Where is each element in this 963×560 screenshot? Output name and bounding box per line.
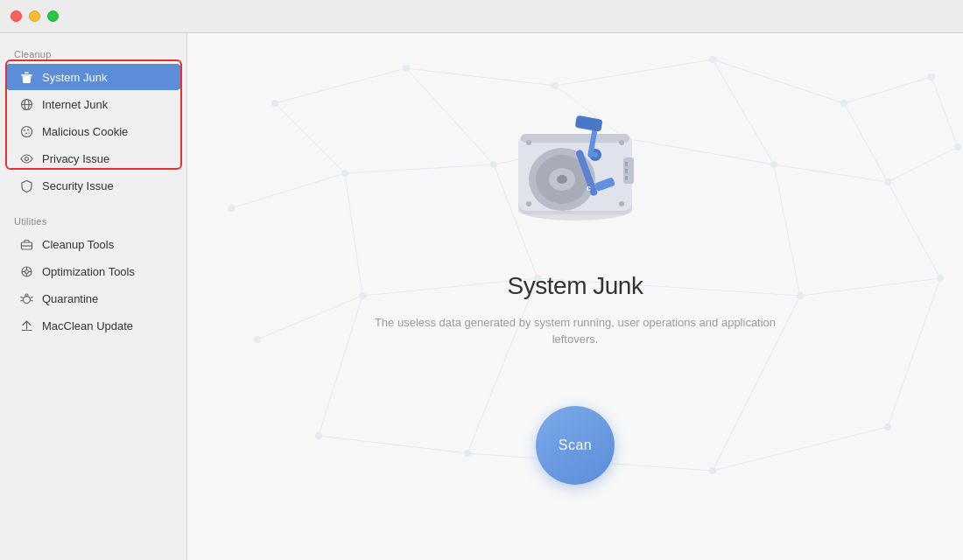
close-button[interactable]	[11, 10, 22, 22]
svg-point-16	[25, 270, 28, 273]
svg-line-55	[275, 103, 345, 173]
tools-icon	[19, 264, 33, 278]
sidebar-item-privacy-issue[interactable]: Privacy Issue	[5, 145, 181, 172]
sidebar-item-security-issue[interactable]: Security Issue	[5, 172, 181, 199]
briefcase-icon	[19, 237, 33, 251]
svg-point-22	[25, 294, 28, 297]
sidebar-item-macclean-update[interactable]: MacClean Update	[5, 312, 181, 339]
svg-point-101	[593, 152, 598, 158]
sidebar-item-optimization-tools[interactable]: Optimization Tools	[5, 258, 181, 284]
svg-line-81	[888, 278, 940, 427]
svg-point-9	[27, 129, 29, 130]
scan-button[interactable]: Scan	[536, 406, 615, 485]
svg-rect-2	[25, 77, 26, 80]
svg-rect-104	[575, 115, 603, 131]
sidebar-item-quarantine[interactable]: Quarantine	[5, 285, 181, 312]
svg-line-70	[800, 278, 940, 296]
svg-line-66	[888, 147, 958, 182]
svg-rect-93	[625, 162, 628, 166]
titlebar	[0, 0, 963, 33]
svg-rect-94	[625, 169, 628, 173]
sidebar-label-malicious-cookie: Malicious Cookie	[42, 125, 128, 138]
sidebar-label-cleanup-tools: Cleanup Tools	[42, 238, 114, 251]
svg-line-74	[888, 182, 940, 278]
svg-rect-1	[25, 72, 29, 74]
sidebar-label-macclean-update: MacClean Update	[42, 319, 133, 332]
section-label-utilities: Utilities	[0, 207, 186, 230]
sidebar: Cleanup System Junk	[0, 33, 187, 560]
svg-point-97	[619, 140, 624, 145]
eye-icon	[19, 151, 33, 165]
cookie-icon	[19, 124, 33, 138]
svg-rect-0	[21, 74, 32, 76]
svg-line-67	[257, 296, 362, 340]
sidebar-item-internet-junk[interactable]: Internet Junk	[5, 91, 181, 117]
svg-text:c: c	[587, 184, 591, 192]
svg-point-12	[25, 157, 28, 160]
svg-line-61	[231, 173, 345, 208]
sidebar-item-malicious-cookie[interactable]: Malicious Cookie	[5, 118, 181, 144]
svg-point-21	[23, 296, 30, 303]
bug-icon	[19, 291, 33, 305]
svg-line-23	[20, 297, 23, 298]
svg-point-8	[24, 130, 25, 131]
sidebar-label-privacy-issue: Privacy Issue	[42, 152, 109, 165]
page-description: The useless data generated by system run…	[356, 314, 794, 348]
hdd-illustration: c	[488, 74, 663, 249]
page-title: System Junk	[508, 272, 643, 300]
section-label-cleanup: Cleanup	[0, 40, 186, 63]
trash-icon	[19, 70, 33, 84]
content-center: c System Junk The useless data generated…	[356, 74, 794, 485]
svg-rect-85	[521, 134, 629, 143]
sidebar-item-system-junk[interactable]: System Junk	[5, 64, 181, 90]
sidebar-label-quarantine: Quarantine	[42, 292, 98, 305]
svg-line-24	[20, 300, 23, 301]
globe-icon	[19, 97, 33, 111]
shield-icon	[19, 178, 33, 192]
svg-point-96	[526, 140, 531, 145]
minimize-button[interactable]	[29, 10, 40, 22]
svg-rect-95	[625, 176, 628, 180]
svg-rect-92	[623, 158, 634, 184]
maximize-button[interactable]	[47, 10, 59, 22]
svg-point-89	[557, 175, 567, 184]
svg-point-10	[25, 132, 27, 134]
sidebar-label-security-issue: Security Issue	[42, 179, 114, 192]
sidebar-label-optimization-tools: Optimization Tools	[42, 265, 135, 278]
app-body: Cleanup System Junk	[0, 33, 963, 560]
svg-line-25	[31, 297, 33, 298]
svg-rect-3	[27, 77, 28, 80]
svg-line-26	[31, 300, 33, 301]
arrow-up-icon	[19, 318, 33, 332]
sidebar-label-internet-junk: Internet Junk	[42, 98, 108, 111]
sidebar-item-cleanup-tools[interactable]: Cleanup Tools	[5, 231, 181, 257]
svg-point-99	[619, 201, 624, 206]
main-content: c System Junk The useless data generated…	[187, 33, 963, 560]
svg-line-60	[931, 77, 958, 147]
svg-point-7	[21, 126, 32, 136]
svg-point-11	[28, 132, 29, 133]
svg-line-54	[844, 77, 931, 103]
traffic-lights	[11, 10, 59, 22]
svg-point-98	[526, 201, 531, 206]
sidebar-label-system-junk: System Junk	[42, 71, 107, 84]
svg-line-59	[844, 103, 888, 182]
